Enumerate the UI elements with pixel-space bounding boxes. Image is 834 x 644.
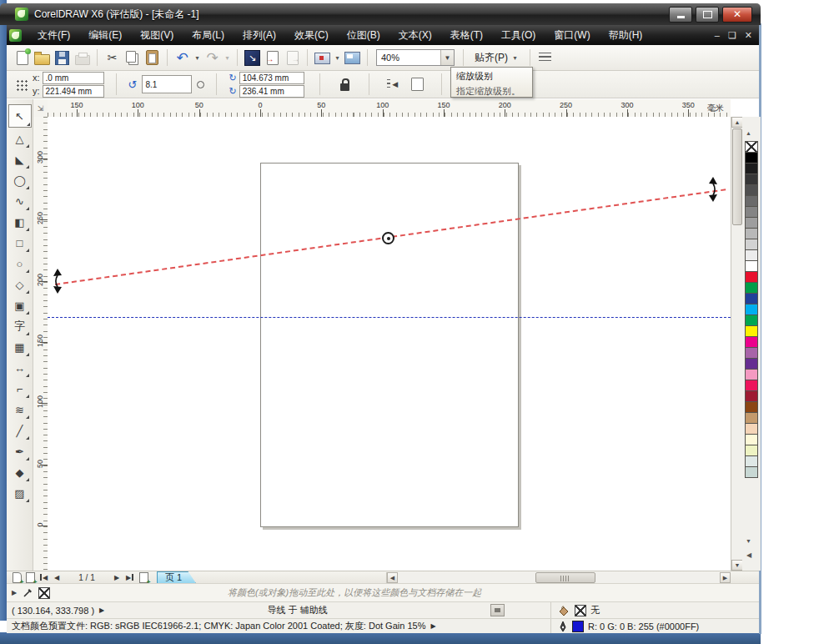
welcome-screen-button[interactable] xyxy=(344,49,361,67)
first-page-button[interactable]: ◀ xyxy=(37,572,50,583)
tray-no-color-swatch[interactable] xyxy=(38,587,50,599)
maximize-button[interactable] xyxy=(696,7,719,23)
menu-item-位图[interactable]: 位图(B) xyxy=(338,25,389,46)
blend-tool[interactable]: ≋ xyxy=(10,400,30,420)
status-mini-button[interactable] xyxy=(490,604,505,616)
smart-fill-tool[interactable]: ◧ xyxy=(10,212,30,232)
previous-page-button[interactable]: ◀ xyxy=(50,572,63,583)
fill-none-swatch[interactable] xyxy=(575,605,586,616)
export-button[interactable] xyxy=(284,49,301,67)
palette-swatch[interactable] xyxy=(745,217,758,229)
scroll-right-button[interactable]: ▶ xyxy=(720,572,731,583)
palette-swatch[interactable] xyxy=(745,380,758,391)
zoom-tool[interactable]: ◯ xyxy=(10,170,30,190)
palette-swatch[interactable] xyxy=(745,282,758,294)
rotation-center-x-field[interactable]: 104.673 mm xyxy=(239,72,304,84)
menu-item-文本[interactable]: 文本(X) xyxy=(389,25,441,46)
palette-swatch[interactable] xyxy=(745,228,758,239)
import-button[interactable] xyxy=(264,49,281,67)
application-launcher-dropdown[interactable]: ▾ xyxy=(334,54,341,62)
menu-item-窗口[interactable]: 窗口(W) xyxy=(545,25,599,46)
next-page-button[interactable]: ▶ xyxy=(110,572,123,583)
palette-swatch[interactable] xyxy=(745,358,758,370)
chevron-down-icon[interactable]: ▼ xyxy=(440,50,454,65)
palette-swatch[interactable] xyxy=(745,423,758,435)
snap-to-button[interactable]: 贴齐(P) ▾ xyxy=(470,49,524,67)
outline-pen-tool[interactable]: ✒ xyxy=(10,441,30,461)
palette-swatch[interactable] xyxy=(745,325,758,337)
page-curl-icon[interactable] xyxy=(10,572,23,583)
table-tool[interactable]: ▦ xyxy=(10,337,30,357)
menu-item-帮助[interactable]: 帮助(H) xyxy=(600,25,652,46)
page-indicator[interactable]: 1 / 1 xyxy=(63,573,110,582)
text-tool[interactable]: 字 xyxy=(10,316,30,336)
add-page-before-button[interactable] xyxy=(23,572,37,583)
horizontal-scrollbar[interactable]: ◀ ▶ xyxy=(386,572,731,583)
ellipse-tool[interactable]: ○ xyxy=(10,254,30,274)
menu-item-工具[interactable]: 工具(O) xyxy=(492,25,545,46)
chevron-down-icon[interactable]: ▾ xyxy=(511,54,519,62)
object-origin-icon[interactable] xyxy=(15,78,28,91)
palette-swatch[interactable] xyxy=(745,412,758,424)
y-position-field[interactable]: 221.494 mm xyxy=(43,85,104,98)
palette-swatch[interactable] xyxy=(745,304,758,315)
menu-item-文件[interactable]: 文件(F) xyxy=(28,25,79,46)
palette-swatch[interactable] xyxy=(745,152,758,164)
fill-tool[interactable]: ◆ xyxy=(10,462,30,482)
palette-swatch[interactable] xyxy=(745,466,758,478)
palette-scroll-up-icon[interactable]: ▲ xyxy=(746,130,751,136)
print-button[interactable] xyxy=(73,49,91,67)
guideline-rotate-handle-right[interactable] xyxy=(706,177,720,202)
rectangle-tool[interactable]: □ xyxy=(10,233,30,253)
pick-tool[interactable]: ↖ xyxy=(8,104,32,128)
ruler-origin-button[interactable]: ⇲ xyxy=(33,99,48,118)
basic-shapes-tool[interactable]: ▣ xyxy=(10,295,30,315)
menu-item-编辑[interactable]: 编辑(E) xyxy=(79,25,131,46)
menu-item-效果[interactable]: 效果(C) xyxy=(285,25,338,46)
cut-button[interactable]: ✂ xyxy=(103,49,121,67)
palette-swatch[interactable] xyxy=(745,206,758,218)
scroll-up-button[interactable]: ▲ xyxy=(731,117,743,128)
palette-swatch[interactable] xyxy=(745,369,758,380)
drawing-canvas[interactable] xyxy=(48,117,731,571)
scroll-down-button[interactable]: ▼ xyxy=(731,560,743,571)
menu-item-布局[interactable]: 布局(L) xyxy=(183,25,234,46)
dimension-tool[interactable]: ↔ xyxy=(10,358,30,378)
undo-button[interactable]: ↶ xyxy=(173,49,191,67)
palette-swatch[interactable] xyxy=(745,455,758,467)
palette-swatch[interactable] xyxy=(745,390,758,402)
x-position-field[interactable]: .0 mm xyxy=(43,72,104,84)
palette-swatch[interactable] xyxy=(745,314,758,326)
interactive-fill-tool[interactable]: ▨ xyxy=(10,483,30,503)
horizontal-scroll-thumb[interactable] xyxy=(535,572,595,583)
vertical-scrollbar[interactable]: ▲ ▼ xyxy=(731,117,743,571)
mdi-restore-button[interactable]: ❏ xyxy=(728,30,736,41)
redo-dropdown[interactable]: ▾ xyxy=(224,54,231,62)
palette-swatch[interactable] xyxy=(745,434,758,445)
open-button[interactable] xyxy=(33,49,51,67)
eyedropper-icon[interactable] xyxy=(22,587,33,599)
palette-swatch[interactable] xyxy=(745,271,758,283)
options-button[interactable] xyxy=(536,49,554,67)
rotation-center-y-field[interactable]: 236.41 mm xyxy=(239,85,304,98)
menu-item-视图[interactable]: 视图(V) xyxy=(131,25,183,46)
page-tab[interactable]: 页 1 xyxy=(157,571,196,584)
palette-flyout-icon[interactable]: ◀ xyxy=(746,551,751,559)
redo-button[interactable]: ↷ xyxy=(203,49,221,67)
vertical-scroll-thumb[interactable] xyxy=(732,128,742,225)
minimize-button[interactable] xyxy=(669,7,692,23)
horizontal-ruler[interactable]: 毫米 15010050050100150200250300350 xyxy=(48,99,731,118)
undo-dropdown[interactable]: ▾ xyxy=(193,54,201,62)
palette-swatch[interactable] xyxy=(745,293,758,304)
palette-swatch[interactable] xyxy=(745,347,758,359)
mdi-close-button[interactable]: ✕ xyxy=(745,30,752,41)
profile-flyout-icon[interactable]: ▶ xyxy=(430,622,435,630)
application-launcher-button[interactable] xyxy=(314,49,331,67)
horizontal-guideline[interactable] xyxy=(48,317,731,318)
outline-color-swatch[interactable] xyxy=(572,621,584,632)
search-content-button[interactable]: ↘ xyxy=(244,49,261,67)
tray-flyout-icon[interactable]: ▶ xyxy=(12,589,17,596)
menu-item-排列[interactable]: 排列(A) xyxy=(234,25,285,46)
title-bar[interactable]: CorelDRAW X6 (评估版) - [未命名 -1] ✕ xyxy=(0,3,761,25)
polygon-tool[interactable]: ◇ xyxy=(10,274,30,294)
